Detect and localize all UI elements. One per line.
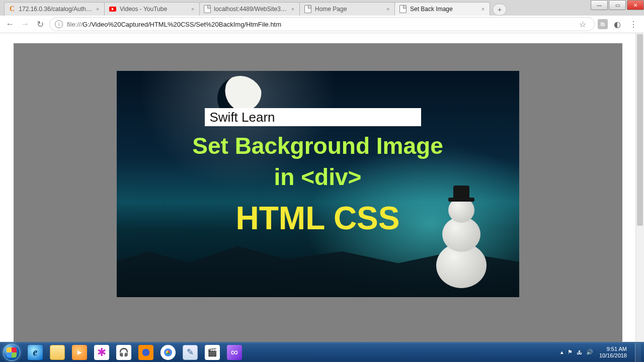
forward-button[interactable]: →	[19, 18, 31, 30]
internet-explorer-icon	[28, 345, 43, 360]
favicon-youtube-icon	[109, 5, 117, 13]
file-explorer-icon	[50, 345, 65, 360]
tab-close-icon[interactable]: ×	[189, 6, 196, 13]
reload-button[interactable]: ↻	[34, 18, 46, 30]
taskbar-item-windows-movie-maker[interactable]	[201, 343, 223, 362]
tab-close-icon[interactable]: ×	[94, 6, 101, 13]
page-viewport: Swift Learn Set Background Image in <div…	[0, 33, 644, 342]
browser-toolbar: ← → ↻ i file:/// G:/Video%20Captured/HTM…	[0, 16, 644, 33]
url-text: G:/Video%20Captured/HTML%20CSS/Set%20Bac…	[83, 21, 281, 28]
background-image-div: Swift Learn Set Background Image in <div…	[117, 71, 519, 297]
system-tray: ▴ ⚑ 🖧 🔊 9:51 AM 10/16/2018	[555, 342, 644, 362]
favicon-page-icon	[204, 5, 211, 13]
tab-title: 172.16.0.36/catalog/Authorise/l	[19, 6, 93, 13]
url-protocol: file:///	[67, 21, 83, 28]
tab-title: Home Page	[315, 6, 347, 13]
browser-menu-icon[interactable]: ⋮	[627, 18, 640, 31]
tab-4-active[interactable]: Set Back Image ×	[394, 2, 490, 16]
back-button[interactable]: ←	[4, 18, 16, 30]
taskbar-item-internet-explorer[interactable]	[24, 343, 46, 362]
minimize-button[interactable]: —	[591, 0, 608, 10]
show-desktop-button[interactable]	[635, 343, 641, 362]
windows-movie-maker-icon	[205, 345, 220, 360]
windows-logo-icon	[3, 344, 20, 361]
chrome-icon	[160, 345, 176, 360]
window-buttons: — ▭ ✕	[590, 0, 644, 10]
taskbar-item-file-explorer[interactable]	[46, 343, 68, 362]
action-center-icon[interactable]: ⚑	[568, 349, 573, 355]
taskbar-item-app-spark[interactable]	[91, 343, 113, 362]
site-info-icon[interactable]: i	[55, 20, 63, 28]
bookmark-star-icon[interactable]: ☆	[576, 18, 589, 31]
brand-label: Swift Learn	[205, 108, 421, 126]
extension-ib-icon[interactable]: Ib	[598, 19, 608, 29]
taskbar-item-chrome[interactable]	[157, 343, 179, 362]
tab-close-icon[interactable]: ×	[384, 6, 391, 13]
windows-taskbar: ▴ ⚑ 🖧 🔊 9:51 AM 10/16/2018	[0, 342, 644, 362]
taskbar-item-visual-studio[interactable]	[223, 343, 246, 362]
taskbar-item-notepad[interactable]	[179, 343, 201, 362]
tab-title: Videos - YouTube	[120, 6, 167, 13]
tray-overflow-icon[interactable]: ▴	[560, 349, 564, 355]
favicon-c-icon: C	[9, 5, 16, 13]
new-tab-button[interactable]: +	[493, 4, 507, 16]
tab-strip: C 172.16.0.36/catalog/Authorise/l × Vide…	[0, 0, 644, 16]
close-button[interactable]: ✕	[627, 0, 644, 10]
page-body: Swift Learn Set Background Image in <div…	[14, 43, 622, 342]
tab-3[interactable]: Home Page ×	[299, 2, 395, 16]
favicon-page-icon	[399, 5, 407, 13]
tray-clock[interactable]: 9:51 AM 10/16/2018	[599, 346, 627, 359]
tab-close-icon[interactable]: ×	[479, 6, 487, 13]
notepad-icon	[183, 345, 198, 360]
audacity-icon	[116, 345, 131, 360]
taskbar-item-windows-media-player[interactable]	[68, 343, 91, 362]
headline-line1: Set Background Image	[117, 132, 519, 159]
taskbar-items	[24, 343, 246, 362]
tab-0[interactable]: C 172.16.0.36/catalog/Authorise/l ×	[4, 2, 105, 16]
tab-title: Set Back Image	[410, 6, 453, 13]
windows-media-player-icon	[72, 345, 87, 360]
favicon-page-icon	[304, 5, 312, 13]
taskbar-item-firefox[interactable]	[135, 343, 157, 362]
tab-2[interactable]: localhost:4489/WebSite3/Chart ×	[199, 2, 300, 16]
volume-icon[interactable]: 🔊	[586, 349, 593, 355]
tab-close-icon[interactable]: ×	[289, 6, 296, 13]
tab-title: localhost:4489/WebSite3/Chart	[214, 6, 288, 13]
taskbar-item-audacity[interactable]	[113, 343, 135, 362]
vertical-scrollbar[interactable]	[635, 33, 644, 342]
firefox-icon	[138, 345, 153, 360]
tray-time: 9:51 AM	[599, 346, 627, 352]
scrollbar-thumb[interactable]	[637, 34, 643, 226]
extension-abp-icon[interactable]: ◐	[611, 18, 624, 31]
tray-date: 10/16/2018	[599, 352, 627, 359]
visual-studio-icon	[227, 345, 242, 360]
headline-line2: in <div>	[117, 163, 519, 191]
app-spark-icon	[94, 345, 109, 360]
network-icon[interactable]: 🖧	[577, 349, 582, 355]
headline-line3: HTML CSS	[117, 200, 519, 237]
maximize-button[interactable]: ▭	[609, 0, 626, 10]
address-bar[interactable]: i file:/// G:/Video%20Captured/HTML%20CS…	[49, 17, 595, 31]
tab-1[interactable]: Videos - YouTube ×	[104, 2, 200, 16]
start-button[interactable]	[0, 342, 23, 363]
